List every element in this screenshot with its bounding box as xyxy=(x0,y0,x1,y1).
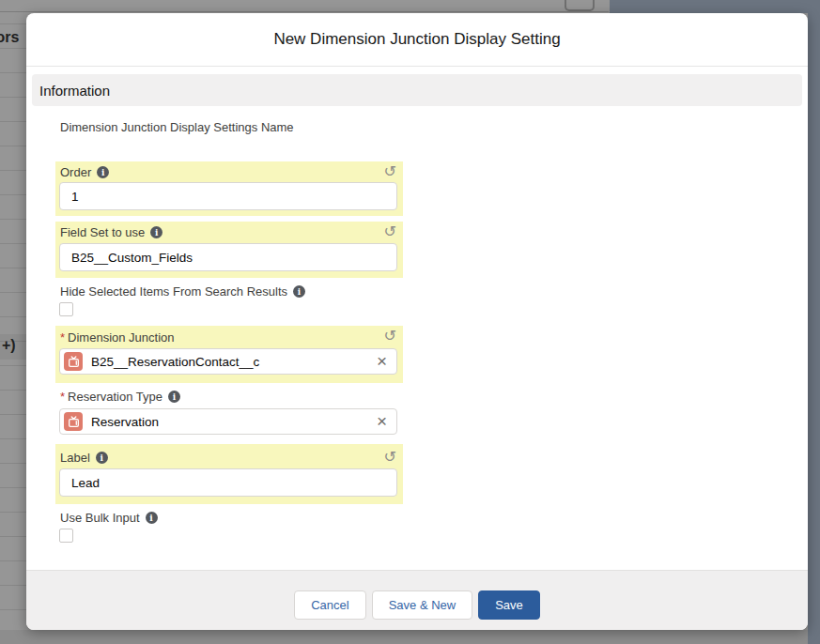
modal-footer: Cancel Save & New Save xyxy=(26,570,808,630)
name-field-label: Dimension Junction Display Settings Name xyxy=(60,120,294,134)
dimension-junction-field-group: * Dimension Junction ↺ B25__ReservationC… xyxy=(55,326,403,383)
lookup-selected-value: Reservation xyxy=(91,415,368,429)
save-and-new-button[interactable]: Save & New xyxy=(372,590,473,620)
modal-header: New Dimension Junction Display Setting xyxy=(26,13,808,67)
custom-object-icon xyxy=(64,412,83,431)
cancel-button[interactable]: Cancel xyxy=(294,590,365,620)
screen: lors +) New Dimension Junction Display S… xyxy=(0,0,820,644)
info-icon[interactable]: i xyxy=(168,391,180,403)
background-toolbar-edge xyxy=(0,11,609,12)
background-button-fragment xyxy=(565,0,595,11)
info-icon[interactable]: i xyxy=(96,452,108,464)
save-button[interactable]: Save xyxy=(478,590,540,620)
order-label: Order i xyxy=(60,165,109,179)
info-icon[interactable]: i xyxy=(146,512,158,524)
background-slate-panel-top xyxy=(610,0,820,13)
background-bottom-strip xyxy=(0,630,808,644)
background-list-rows xyxy=(0,0,26,644)
background-text-fragment: lors xyxy=(0,29,19,46)
info-icon[interactable]: i xyxy=(150,226,162,238)
order-field-group: Order i ↺ xyxy=(55,161,403,216)
clear-selection-icon[interactable]: × xyxy=(377,355,387,368)
info-icon[interactable]: i xyxy=(97,166,109,178)
undo-icon[interactable]: ↺ xyxy=(384,164,396,179)
lookup-selected-value: B25__ReservationContact__c xyxy=(91,355,368,369)
undo-icon[interactable]: ↺ xyxy=(384,450,396,465)
required-indicator: * xyxy=(60,330,65,345)
background-slate-panel-right xyxy=(808,0,820,644)
use-bulk-input-checkbox[interactable] xyxy=(59,529,73,543)
use-bulk-input-label: Use Bulk Input i xyxy=(60,511,158,525)
label-input[interactable] xyxy=(59,468,397,497)
order-input[interactable] xyxy=(59,182,397,210)
section-information: Information xyxy=(32,74,802,106)
modal-title: New Dimension Junction Display Setting xyxy=(273,30,560,49)
reservation-type-lookup[interactable]: Reservation × xyxy=(59,408,397,435)
section-title: Information xyxy=(39,83,110,99)
field-set-field-group: Field Set to use i ↺ xyxy=(55,222,403,278)
undo-icon[interactable]: ↺ xyxy=(384,329,396,344)
field-set-label: Field Set to use i xyxy=(60,225,162,239)
dimension-junction-label: * Dimension Junction xyxy=(60,330,175,345)
new-dimension-junction-display-setting-modal: New Dimension Junction Display Setting I… xyxy=(26,13,808,630)
background-text-fragment: +) xyxy=(2,337,16,354)
custom-object-icon xyxy=(64,352,83,371)
info-icon[interactable]: i xyxy=(293,285,305,298)
hide-selected-checkbox[interactable] xyxy=(59,302,73,316)
reservation-type-label: * Reservation Type i xyxy=(60,390,180,404)
field-set-input[interactable] xyxy=(59,243,397,271)
clear-selection-icon[interactable]: × xyxy=(377,415,387,428)
dimension-junction-lookup[interactable]: B25__ReservationContact__c × xyxy=(59,348,397,375)
label-field-label: Label i xyxy=(60,451,108,465)
undo-icon[interactable]: ↺ xyxy=(384,224,396,239)
label-field-group: Label i ↺ xyxy=(55,444,403,504)
required-indicator: * xyxy=(60,390,65,404)
hide-selected-label: Hide Selected Items From Search Results … xyxy=(60,284,305,299)
